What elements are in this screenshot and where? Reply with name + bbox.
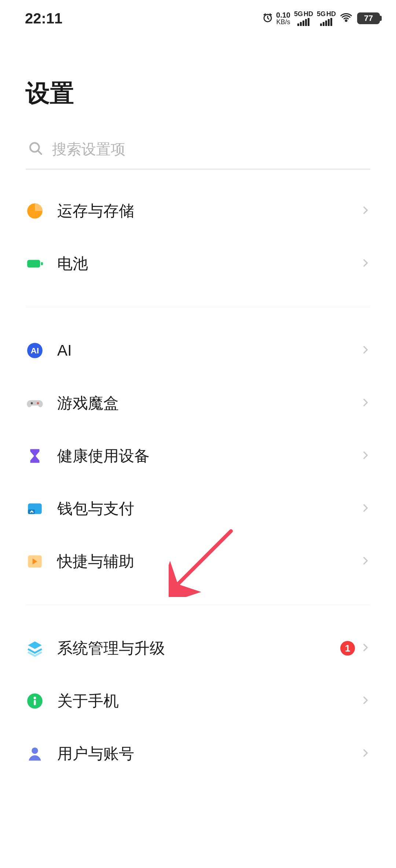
settings-list: 运存与存储 电池 AI AI 游戏魔盒 健康使用设备 钱包 — [0, 170, 396, 780]
user-icon — [26, 745, 44, 763]
battery-level: 77 — [364, 14, 373, 23]
svg-point-12 — [34, 697, 36, 699]
signal-2: 5GHD — [317, 11, 336, 26]
item-label: 健康使用设备 — [57, 446, 361, 466]
chevron-right-icon — [361, 643, 370, 654]
svg-rect-13 — [34, 700, 36, 705]
layers-icon — [26, 639, 44, 657]
item-label: 关于手机 — [57, 691, 361, 711]
signal-bars-icon — [297, 18, 309, 26]
item-label: 用户与账号 — [57, 743, 361, 764]
item-ai[interactable]: AI AI — [26, 324, 370, 377]
item-label: 电池 — [57, 253, 361, 274]
item-about[interactable]: 关于手机 — [26, 675, 370, 727]
svg-line-2 — [38, 151, 41, 154]
search-box[interactable] — [26, 132, 370, 170]
svg-point-14 — [32, 748, 38, 754]
notification-badge: 1 — [340, 641, 355, 656]
signal-bars-icon — [320, 18, 332, 26]
item-label: 运存与存储 — [57, 201, 361, 221]
item-gamebox[interactable]: 游戏魔盒 — [26, 377, 370, 430]
page-title: 设置 — [0, 33, 396, 132]
info-icon — [26, 692, 44, 710]
item-account[interactable]: 用户与账号 — [26, 727, 370, 780]
wifi-icon — [339, 13, 352, 24]
item-shortcut[interactable]: 快捷与辅助 — [26, 535, 370, 588]
gamepad-icon — [26, 394, 44, 412]
item-label: AI — [57, 342, 361, 359]
speed-unit: KB/s — [276, 19, 290, 25]
alarm-icon — [262, 12, 273, 25]
status-indicators: 0.10 KB/s 5GHD 5GHD 77 — [262, 11, 380, 26]
wallet-icon — [26, 500, 44, 518]
item-health[interactable]: 健康使用设备 — [26, 430, 370, 482]
item-label: 系统管理与升级 — [57, 638, 340, 659]
shortcut-icon — [26, 552, 44, 571]
item-label: 快捷与辅助 — [57, 551, 361, 572]
network-speed: 0.10 KB/s — [276, 11, 290, 25]
speed-value: 0.10 — [276, 11, 290, 19]
chevron-right-icon — [361, 695, 370, 706]
divider — [26, 605, 370, 605]
item-label: 游戏魔盒 — [57, 393, 361, 413]
chevron-right-icon — [361, 398, 370, 409]
chevron-right-icon — [361, 450, 370, 461]
chevron-right-icon — [361, 258, 370, 269]
svg-rect-3 — [27, 260, 40, 268]
ai-icon: AI — [26, 341, 44, 360]
status-time: 22:11 — [25, 10, 62, 27]
chevron-right-icon — [361, 205, 370, 216]
chevron-right-icon — [361, 345, 370, 356]
battery-icon — [26, 255, 44, 273]
status-bar: 22:11 0.10 KB/s 5GHD 5GHD 77 — [0, 0, 396, 33]
item-system[interactable]: 系统管理与升级 1 — [26, 622, 370, 675]
item-label: 钱包与支付 — [57, 498, 361, 519]
chevron-right-icon — [361, 556, 370, 567]
divider — [26, 307, 370, 307]
svg-rect-4 — [41, 262, 43, 265]
item-battery[interactable]: 电池 — [26, 237, 370, 290]
hourglass-icon — [26, 447, 44, 465]
svg-point-7 — [37, 402, 39, 404]
battery-indicator: 77 — [357, 12, 380, 24]
item-wallet[interactable]: 钱包与支付 — [26, 482, 370, 535]
signal-1: 5GHD — [294, 11, 313, 26]
chevron-right-icon — [361, 503, 370, 514]
search-input[interactable] — [52, 141, 368, 157]
pie-chart-icon — [26, 202, 44, 220]
chevron-right-icon — [361, 748, 370, 759]
svg-text:AI: AI — [31, 346, 39, 355]
svg-point-6 — [31, 402, 33, 404]
search-icon — [28, 141, 43, 157]
item-storage[interactable]: 运存与存储 — [26, 185, 370, 237]
